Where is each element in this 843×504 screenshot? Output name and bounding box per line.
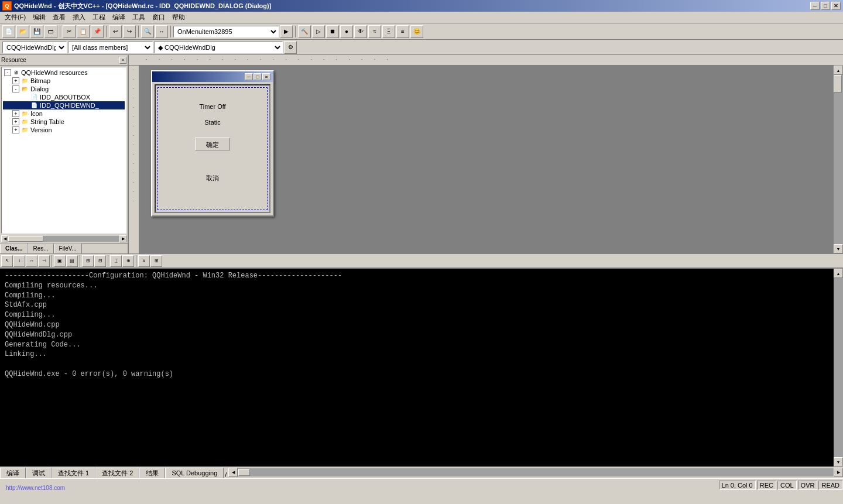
- output-tab-find1[interactable]: 查找文件 1: [52, 468, 95, 478]
- expand-icon[interactable]: +: [12, 110, 19, 117]
- watch-button[interactable]: 👁: [354, 25, 367, 38]
- tree-label-bitmap: Bitmap: [30, 77, 50, 84]
- menu-insert[interactable]: 插入: [69, 12, 89, 23]
- class-combo[interactable]: CQQHideWndDlg: [2, 42, 67, 53]
- separator3: [138, 26, 139, 37]
- replace-button[interactable]: ↔: [155, 25, 168, 38]
- output-vscroll-down[interactable]: ▼: [834, 457, 843, 467]
- expand-version[interactable]: +: [12, 126, 19, 133]
- function-combo[interactable]: ◆ CQQHideWndDlg: [154, 42, 283, 53]
- tree-item-icon[interactable]: + 📁 Icon: [3, 109, 125, 118]
- paste-button[interactable]: 📌: [91, 25, 104, 38]
- var-button[interactable]: ≈: [368, 25, 381, 38]
- menu-help[interactable]: 帮助: [169, 12, 189, 23]
- menu-view[interactable]: 查看: [49, 12, 69, 23]
- tree-item-bitmap[interactable]: + 📁 Bitmap: [3, 77, 125, 85]
- hscroll-right-btn[interactable]: ▶: [834, 468, 843, 477]
- goto-button[interactable]: ▶: [280, 25, 293, 38]
- ruler-v-mark9: ·: [132, 143, 135, 148]
- tab-res[interactable]: Res...: [28, 244, 53, 253]
- cut-button[interactable]: ✂: [63, 25, 76, 38]
- menu-edit[interactable]: 编辑: [29, 12, 49, 23]
- tool-btn3[interactable]: ⊞: [82, 255, 94, 267]
- panel-pin-button[interactable]: ×: [119, 57, 126, 64]
- hscroll-thumb[interactable]: [238, 469, 250, 476]
- function-dropdown[interactable]: OnMenuitem32895: [173, 26, 279, 37]
- vscroll-up-button[interactable]: ▲: [834, 66, 843, 75]
- menu-window[interactable]: 窗口: [149, 12, 169, 23]
- tool-btn5[interactable]: ⌶: [110, 255, 122, 267]
- tool-snap[interactable]: ⊞: [150, 255, 162, 267]
- tool-arrow[interactable]: ↔: [26, 255, 37, 267]
- hscroll-left-btn[interactable]: ◀: [228, 468, 238, 477]
- output-vscroll-up[interactable]: ▲: [834, 269, 843, 278]
- minimize-button[interactable]: ─: [810, 2, 820, 10]
- tool-btn2[interactable]: ▤: [66, 255, 78, 267]
- save-button[interactable]: 💾: [30, 25, 43, 38]
- tool-grid[interactable]: #: [138, 255, 150, 267]
- tab-filev[interactable]: FileV...: [54, 244, 82, 253]
- stack-button[interactable]: ≡: [396, 25, 409, 38]
- menu-compile[interactable]: 编译: [109, 12, 129, 23]
- dialog-ok-button[interactable]: 确定: [195, 138, 230, 150]
- output-tab-results[interactable]: 结果: [139, 468, 165, 478]
- find-button[interactable]: 🔍: [141, 25, 154, 38]
- tree-scrollbar-h[interactable]: ◀ ▶: [1, 235, 126, 243]
- expand-dialog[interactable]: -: [12, 85, 19, 92]
- ruler-horizontal: · · · · · · · · · · · · · · · · · · · ·: [129, 55, 843, 66]
- menu-project[interactable]: 工程: [89, 12, 109, 23]
- separator2: [106, 26, 107, 37]
- save-all-button[interactable]: 🗃: [44, 25, 57, 38]
- breakpoint-button[interactable]: ●: [340, 25, 353, 38]
- output-tab-debug[interactable]: 调试: [26, 468, 52, 478]
- smile-button[interactable]: 😊: [410, 25, 423, 38]
- maximize-button[interactable]: □: [821, 2, 830, 10]
- open-button[interactable]: 📂: [16, 25, 29, 38]
- members-combo[interactable]: [All class members]: [68, 42, 153, 53]
- redo-button[interactable]: ↪: [123, 25, 136, 38]
- tree-item-aboutbox[interactable]: 📄 IDD_ABOUTBOX: [3, 93, 125, 101]
- close-button[interactable]: ✕: [831, 2, 841, 10]
- resource-tree[interactable]: - 🖥 QQHideWnd resources + 📁 Bitmap - 📂 D…: [1, 67, 126, 234]
- stop-button[interactable]: ⏹: [326, 25, 339, 38]
- h-scroll-right[interactable]: ▶: [119, 235, 126, 242]
- debug-button[interactable]: ▷: [312, 25, 325, 38]
- tree-item-qqhidewnd[interactable]: 📄 IDD_QQHIDEWND_: [3, 101, 125, 109]
- copy-button[interactable]: 📋: [77, 25, 90, 38]
- tool-btn1[interactable]: ▣: [54, 255, 66, 267]
- tab-class[interactable]: Clas...: [0, 244, 28, 253]
- expand-stringtable[interactable]: +: [12, 118, 19, 125]
- tool-pointer[interactable]: ↕: [13, 255, 25, 267]
- output-tab-compile[interactable]: 编译: [0, 468, 26, 478]
- tree-item-dialog[interactable]: - 📂 Dialog: [3, 85, 125, 93]
- expand-root[interactable]: -: [4, 69, 11, 76]
- menu-file[interactable]: 文件(F): [1, 12, 29, 23]
- menu-tools[interactable]: 工具: [129, 12, 149, 23]
- tree-item-version[interactable]: + 📁 Version: [3, 126, 125, 134]
- settings-icon-button[interactable]: ⚙: [284, 41, 297, 54]
- build-button[interactable]: 🔨: [298, 25, 311, 38]
- dialog-maximize-btn[interactable]: □: [253, 73, 262, 80]
- tree-item-root[interactable]: - 🖥 QQHideWnd resources: [3, 68, 125, 77]
- output-tab-sql[interactable]: SQL Debugging: [165, 468, 224, 478]
- undo-button[interactable]: ↩: [109, 25, 122, 38]
- dialog-close-btn[interactable]: ×: [262, 73, 270, 80]
- h-scroll-thumb[interactable]: [8, 236, 43, 242]
- output-vscroll-track: [834, 278, 843, 457]
- separator4: [170, 26, 171, 37]
- tool-select[interactable]: ↖: [1, 255, 13, 267]
- toolbar-main: 📄 📂 💾 🗃 ✂ 📋 📌 ↩ ↪ 🔍 ↔ OnMenuitem32895 ▶ …: [0, 23, 843, 40]
- vscroll-thumb[interactable]: [834, 75, 842, 92]
- output-tab-find2[interactable]: 查找文件 2: [95, 468, 139, 478]
- vscroll-down-button[interactable]: ▼: [834, 244, 843, 253]
- tree-item-stringtable[interactable]: + 📁 String Table: [3, 118, 125, 126]
- new-button[interactable]: 📄: [2, 25, 15, 38]
- h-scroll-left[interactable]: ◀: [1, 235, 8, 242]
- dialog-minimize-btn[interactable]: ─: [245, 73, 253, 80]
- expand-bitmap[interactable]: +: [12, 77, 19, 84]
- tool-btn6[interactable]: ⊕: [122, 255, 134, 267]
- tool-align-left[interactable]: ⊣: [38, 255, 50, 267]
- tool-btn4[interactable]: ⊟: [94, 255, 106, 267]
- mem-button[interactable]: Ξ: [382, 25, 395, 38]
- canvas-vscrollbar: ▲ ▼: [834, 66, 843, 253]
